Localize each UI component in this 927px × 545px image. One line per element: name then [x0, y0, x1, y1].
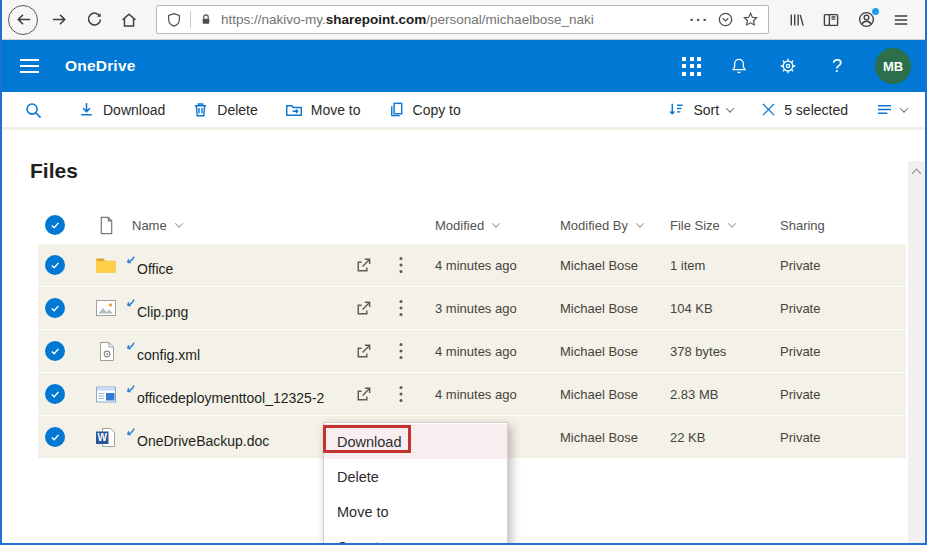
address-bar[interactable]: https://nakivo-my.sharepoint.com/persona…	[156, 5, 769, 34]
file-size-cell: 104 KB	[658, 301, 768, 316]
reload-icon[interactable]	[80, 6, 108, 34]
column-file-size[interactable]: File Size	[658, 218, 768, 233]
file-size-cell: 378 bytes	[658, 344, 768, 359]
nav-hamburger-icon[interactable]	[20, 59, 39, 73]
menu-item-move-to[interactable]: Move to	[324, 494, 507, 529]
share-button[interactable]	[345, 385, 382, 404]
file-type-column-icon[interactable]	[88, 216, 124, 235]
sharing-cell: Private	[768, 344, 906, 359]
file-name[interactable]: OneDriveBackup.doc	[124, 425, 345, 449]
sidebar-toggle-icon[interactable]	[817, 6, 845, 34]
menu-item-delete[interactable]: Delete	[324, 459, 507, 494]
lock-icon	[199, 12, 213, 27]
tracking-shield-icon[interactable]	[166, 12, 182, 28]
settings-gear-icon[interactable]	[777, 55, 799, 77]
more-actions-button[interactable]	[382, 342, 420, 360]
chevron-down-icon	[728, 219, 736, 227]
column-modified-by[interactable]: Modified By	[545, 218, 658, 233]
modified-by-cell: Michael Bose	[545, 344, 658, 359]
move-to-button[interactable]: Move to	[285, 101, 361, 118]
column-name[interactable]: Name	[124, 218, 345, 233]
chevron-down-icon	[492, 219, 500, 227]
scrollbar[interactable]	[908, 161, 925, 545]
account-icon[interactable]	[852, 6, 880, 34]
file-name[interactable]: config.xml	[124, 339, 345, 363]
select-all-checkbox[interactable]	[45, 215, 65, 235]
file-size-cell: 22 KB	[658, 430, 768, 445]
page-actions-icon[interactable]: ···	[690, 11, 710, 28]
word-file-icon: W	[88, 427, 124, 448]
table-row[interactable]: config.xml 4 minutes ago Michael Bose 37…	[38, 330, 906, 372]
back-icon[interactable]	[8, 5, 38, 35]
app-title: OneDrive	[65, 57, 136, 75]
menu-item-copy-to[interactable]: Copy to	[324, 529, 507, 545]
file-size-cell: 2.83 MB	[658, 387, 768, 402]
scroll-up-icon[interactable]	[912, 169, 922, 179]
modified-cell: 4 minutes ago	[420, 258, 545, 273]
share-button[interactable]	[345, 256, 382, 275]
column-sharing[interactable]: Sharing	[768, 218, 906, 233]
table-row[interactable]: Office 4 minutes ago Michael Bose 1 item…	[38, 244, 906, 286]
browser-toolbar: https://nakivo-my.sharepoint.com/persona…	[2, 0, 925, 40]
view-options-button[interactable]	[876, 102, 907, 117]
modified-by-cell: Michael Bose	[545, 387, 658, 402]
modified-cell: 3 minutes ago	[420, 301, 545, 316]
clear-selection-button[interactable]: 5 selected	[761, 102, 848, 118]
more-actions-button[interactable]	[382, 256, 420, 274]
app-file-icon	[88, 385, 124, 404]
avatar[interactable]: MB	[875, 48, 911, 84]
file-name[interactable]: Office	[124, 253, 345, 277]
command-bar: Download Delete Move to Copy to Sort	[2, 92, 925, 130]
move-to-label: Move to	[311, 102, 361, 118]
library-icon[interactable]	[782, 6, 810, 34]
help-icon[interactable]: ?	[826, 55, 848, 77]
table-header: Name Modified Modified By File Size Shar…	[38, 210, 906, 240]
chevron-down-icon	[174, 219, 182, 227]
new-glimmer-icon	[124, 255, 136, 267]
file-name[interactable]: officedeploymenttool_12325-2	[124, 382, 345, 406]
pocket-icon[interactable]	[717, 11, 734, 28]
row-checkbox[interactable]	[45, 427, 65, 447]
modified-cell: 4 minutes ago	[420, 387, 545, 402]
urlbar-divider	[190, 11, 191, 28]
table-row[interactable]: officedeploymenttool_12325-2 4 minutes a…	[38, 373, 906, 415]
chevron-down-icon	[726, 104, 734, 112]
copy-to-button[interactable]: Copy to	[388, 101, 461, 118]
column-modified[interactable]: Modified	[420, 218, 545, 233]
url-text[interactable]: https://nakivo-my.sharepoint.com/persona…	[221, 12, 682, 27]
menu-item-download[interactable]: Download	[324, 424, 507, 459]
delete-label: Delete	[217, 102, 257, 118]
sort-button[interactable]: Sort	[668, 101, 733, 118]
browser-menu-icon[interactable]	[887, 6, 915, 34]
new-glimmer-icon	[124, 384, 136, 396]
xml-file-icon	[88, 341, 124, 362]
page-title: Files	[30, 158, 925, 184]
chevron-down-icon	[900, 104, 908, 112]
file-name[interactable]: Clip.png	[124, 296, 345, 320]
share-button[interactable]	[345, 342, 382, 361]
row-checkbox[interactable]	[45, 384, 65, 404]
table-row[interactable]: Clip.png 3 minutes ago Michael Bose 104 …	[38, 287, 906, 329]
sort-label: Sort	[693, 102, 719, 118]
row-checkbox[interactable]	[45, 255, 65, 275]
modified-cell: 4 minutes ago	[420, 344, 545, 359]
context-menu: Download Delete Move to Copy to	[323, 422, 508, 545]
more-actions-button[interactable]	[382, 385, 420, 403]
more-actions-button[interactable]	[382, 299, 420, 317]
share-button[interactable]	[345, 299, 382, 318]
sharing-cell: Private	[768, 430, 906, 445]
list-view-icon	[876, 102, 893, 117]
forward-icon[interactable]	[45, 6, 73, 34]
sort-icon	[668, 101, 685, 118]
new-glimmer-icon	[124, 341, 136, 353]
row-checkbox[interactable]	[45, 341, 65, 361]
notifications-bell-icon[interactable]	[728, 55, 750, 77]
delete-button[interactable]: Delete	[192, 101, 257, 118]
download-button[interactable]: Download	[78, 101, 165, 118]
search-icon[interactable]	[24, 101, 42, 119]
home-icon[interactable]	[115, 6, 143, 34]
selected-count: 5 selected	[784, 102, 848, 118]
bookmark-star-icon[interactable]	[742, 11, 759, 28]
row-checkbox[interactable]	[45, 298, 65, 318]
app-launcher-icon[interactable]	[682, 57, 701, 76]
